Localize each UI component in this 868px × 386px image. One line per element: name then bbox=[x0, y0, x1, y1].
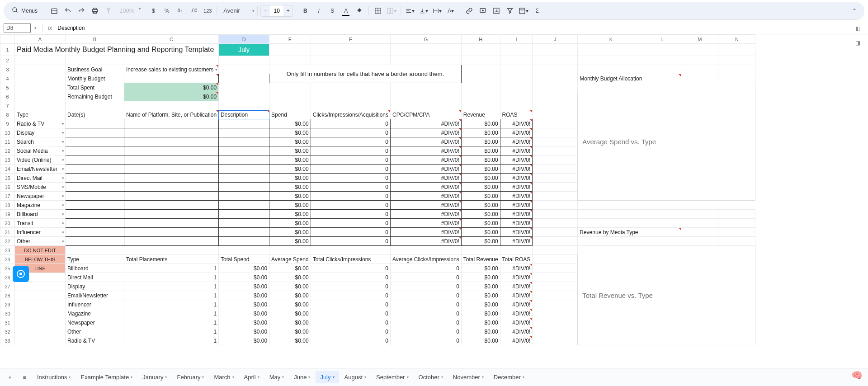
sum-tspend[interactable]: $0.00 bbox=[219, 273, 269, 282]
cell[interactable] bbox=[533, 336, 578, 345]
sum-troas[interactable]: #DIV/0! bbox=[500, 318, 533, 327]
cpc-cell[interactable]: #DIV/0! bbox=[391, 228, 462, 237]
platform-cell[interactable] bbox=[124, 155, 219, 165]
sum-aspend[interactable]: $0.00 bbox=[269, 264, 311, 273]
row-header-3[interactable]: 3 bbox=[0, 65, 15, 74]
cpc-cell[interactable]: #DIV/0! bbox=[391, 155, 462, 165]
platform-cell[interactable] bbox=[124, 201, 219, 210]
description-cell[interactable] bbox=[219, 137, 269, 146]
sum-tclicks[interactable]: 0 bbox=[311, 309, 390, 318]
roas-cell[interactable]: #DIV/0! bbox=[500, 137, 533, 146]
cell[interactable] bbox=[15, 327, 66, 336]
description-cell[interactable] bbox=[219, 228, 269, 237]
revenue-cell[interactable]: $0.00 bbox=[461, 165, 500, 174]
row-header-6[interactable]: 6 bbox=[0, 92, 15, 101]
sum-aclicks[interactable]: 0 bbox=[391, 336, 462, 345]
sum-tspend[interactable]: $0.00 bbox=[219, 282, 269, 291]
type-cell[interactable]: Social Media▾ bbox=[15, 146, 66, 155]
cell[interactable] bbox=[500, 246, 533, 255]
row-header-14[interactable]: 14 bbox=[0, 165, 15, 174]
chevron-down-icon[interactable]: ▾ bbox=[62, 131, 64, 135]
cell[interactable] bbox=[15, 74, 66, 83]
type-cell[interactable]: Video (Online)▾ bbox=[15, 155, 66, 165]
total-spent-value[interactable]: $0.00 bbox=[124, 83, 219, 92]
roas-cell[interactable]: #DIV/0! bbox=[500, 219, 533, 228]
spend-cell[interactable]: $0.00 bbox=[269, 228, 311, 237]
chevron-down-icon[interactable]: ▾ bbox=[62, 140, 64, 144]
sum-aspend[interactable]: $0.00 bbox=[269, 327, 311, 336]
sum-tclicks[interactable]: 0 bbox=[311, 273, 390, 282]
cell[interactable] bbox=[533, 44, 578, 56]
roas-cell[interactable]: #DIV/0! bbox=[500, 155, 533, 165]
cell[interactable] bbox=[533, 282, 578, 291]
side-panel-icon[interactable]: ◧ bbox=[855, 25, 864, 34]
spend-cell[interactable]: $0.00 bbox=[269, 128, 311, 137]
col-header-A[interactable]: A bbox=[15, 35, 66, 44]
clicks-cell[interactable]: 0 bbox=[311, 210, 390, 219]
roas-cell[interactable]: #DIV/0! bbox=[500, 183, 533, 192]
sum-troas[interactable]: #DIV/0! bbox=[500, 282, 533, 291]
sheet-tab-april[interactable]: April▾ bbox=[240, 371, 264, 383]
description-cell[interactable] bbox=[219, 128, 269, 137]
cell[interactable] bbox=[644, 44, 681, 56]
type-cell[interactable]: Other▾ bbox=[15, 237, 66, 246]
sum-tclicks[interactable]: 0 bbox=[311, 300, 390, 309]
link-button[interactable] bbox=[463, 5, 476, 17]
clicks-cell[interactable]: 0 bbox=[311, 137, 390, 146]
sum-place[interactable]: 1 bbox=[124, 300, 219, 309]
roas-cell[interactable]: #DIV/0! bbox=[500, 119, 533, 128]
cell[interactable] bbox=[681, 74, 718, 83]
business-goal-label[interactable]: Business Goal bbox=[66, 65, 124, 74]
sum-place[interactable]: 1 bbox=[124, 282, 219, 291]
cell[interactable] bbox=[15, 300, 66, 309]
cell[interactable] bbox=[311, 246, 390, 255]
chevron-down-icon[interactable]: ▾ bbox=[62, 230, 64, 235]
sum-tclicks[interactable]: 0 bbox=[311, 291, 390, 300]
sum-tspend[interactable]: $0.00 bbox=[219, 318, 269, 327]
cell[interactable] bbox=[15, 291, 66, 300]
chevron-down-icon[interactable]: ▾ bbox=[308, 375, 310, 379]
col-header-N[interactable]: N bbox=[718, 35, 755, 44]
cell[interactable] bbox=[269, 56, 311, 65]
monthly-budget-label[interactable]: Monthly Budget bbox=[66, 74, 124, 83]
all-sheets-button[interactable]: ≡ bbox=[18, 371, 31, 384]
revenue-cell[interactable]: $0.00 bbox=[461, 192, 500, 201]
cell[interactable] bbox=[718, 228, 755, 237]
sum-troas[interactable]: #DIV/0! bbox=[500, 273, 533, 282]
type-cell[interactable]: Influencer▾ bbox=[15, 228, 66, 237]
cell[interactable] bbox=[66, 56, 124, 65]
alloc-header[interactable]: Monthly Budget Allocation bbox=[578, 74, 644, 83]
row-header-31[interactable]: 31 bbox=[0, 318, 15, 327]
valign-button[interactable]: ▾ bbox=[417, 5, 430, 17]
sum-place[interactable]: 1 bbox=[124, 336, 219, 345]
cell[interactable] bbox=[219, 83, 269, 92]
roas-cell[interactable]: #DIV/0! bbox=[500, 237, 533, 246]
roas-cell[interactable]: #DIV/0! bbox=[500, 228, 533, 237]
cell[interactable] bbox=[578, 237, 644, 246]
chevron-down-icon[interactable]: ▾ bbox=[215, 67, 217, 72]
col-header-L[interactable]: L bbox=[644, 35, 681, 44]
chevron-down-icon[interactable]: ▾ bbox=[202, 375, 204, 379]
spend-cell[interactable]: $0.00 bbox=[269, 137, 311, 146]
cpc-cell[interactable]: #DIV/0! bbox=[391, 119, 462, 128]
sum-h-type[interactable]: Type bbox=[66, 255, 124, 264]
cell[interactable] bbox=[219, 92, 269, 101]
type-cell[interactable]: Email/Newsletter▾ bbox=[15, 165, 66, 174]
cell[interactable] bbox=[718, 237, 755, 246]
sum-h-tspend[interactable]: Total Spend bbox=[219, 255, 269, 264]
description-cell[interactable] bbox=[219, 165, 269, 174]
clicks-cell[interactable]: 0 bbox=[311, 128, 390, 137]
cpc-cell[interactable]: #DIV/0! bbox=[391, 128, 462, 137]
chevron-down-icon[interactable]: ▾ bbox=[34, 26, 37, 30]
sum-trev[interactable]: $0.00 bbox=[461, 291, 500, 300]
cell[interactable] bbox=[461, 74, 500, 83]
sum-aspend[interactable]: $0.00 bbox=[269, 291, 311, 300]
sum-h-aclicks[interactable]: Average Clicks/Impressions bbox=[391, 255, 462, 264]
undo-button[interactable] bbox=[61, 5, 74, 17]
revenue-cell[interactable]: $0.00 bbox=[461, 228, 500, 237]
cell[interactable] bbox=[15, 56, 66, 65]
chevron-down-icon[interactable]: ▾ bbox=[62, 203, 64, 207]
roas-cell[interactable]: #DIV/0! bbox=[500, 128, 533, 137]
sheet-tab-march[interactable]: March▾ bbox=[209, 371, 238, 383]
col-header-K[interactable]: K bbox=[578, 35, 644, 44]
